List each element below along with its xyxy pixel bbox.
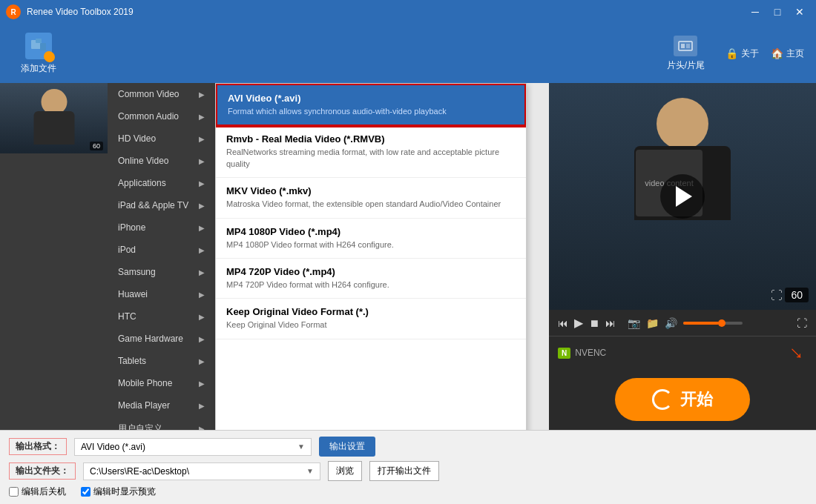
arrow-icon: ▶ <box>199 157 205 165</box>
volume-slider[interactable] <box>683 322 743 325</box>
format-item-keep-original[interactable]: Keep Original Video Format (*.) Keep Ori… <box>216 299 526 339</box>
cat-label: HD Video <box>118 133 156 144</box>
format-desc-mp4-720: MP4 720P Video format with H264 configur… <box>226 279 516 291</box>
cat-label: Online Video <box>118 156 169 166</box>
format-item-mp4-720[interactable]: MP4 720P Video (*.mp4) MP4 720P Video fo… <box>216 259 526 299</box>
right-panel: video content 60 ⛶ ⏮ ▶ ⏹ ⏭ 📷 📁 🔊 <box>549 83 816 430</box>
format-item-mp4-1080[interactable]: MP4 1080P Video (*.mp4) MP4 1080P Video … <box>216 219 526 259</box>
arrow-icon: ▶ <box>199 224 205 232</box>
edit-head-icon <box>674 36 697 56</box>
skip-forward-button[interactable]: ⏭ <box>605 317 616 329</box>
cat-samsung[interactable]: Samsung ▶ <box>108 261 215 283</box>
close-button[interactable]: ✕ <box>789 1 810 22</box>
app-title: Renee Video Toolbox 2019 <box>27 7 745 17</box>
arrow-icon: ▶ <box>199 291 205 299</box>
arrow-icon: ▶ <box>199 402 205 410</box>
arrow-icon: ▶ <box>199 357 205 365</box>
preview-checkbox[interactable] <box>81 487 91 497</box>
cat-huawei[interactable]: Huawei ▶ <box>108 283 215 305</box>
preview-checkbox-label[interactable]: 编辑时显示预览 <box>81 485 156 498</box>
top-right-links: 🔒 关于 🏠 主页 <box>725 47 804 60</box>
play-button[interactable] <box>660 174 705 219</box>
maximize-button[interactable]: □ <box>767 1 788 22</box>
start-button[interactable]: 开始 <box>615 378 750 421</box>
edit-head-label: 片头/片尾 <box>667 59 705 72</box>
cat-common-video[interactable]: Common Video ▶ <box>108 83 215 105</box>
arrow-icon: ▶ <box>199 313 205 321</box>
format-desc-avi: Format which allows synchronous audio-wi… <box>228 106 514 117</box>
format-item-rmvb[interactable]: Rmvb - Real Media Video (*.RMVB) RealNet… <box>216 126 526 178</box>
window-controls: ─ □ ✕ <box>745 1 810 22</box>
format-title-mp4-1080: MP4 1080P Video (*.mp4) <box>226 226 516 237</box>
about-button[interactable]: 🔒 关于 <box>725 47 759 60</box>
cat-online-video[interactable]: Online Video ▶ <box>108 150 215 172</box>
format-label: 输出格式： <box>9 438 67 455</box>
browse-button[interactable]: 浏览 <box>328 461 362 481</box>
cat-ipad-apple-tv[interactable]: iPad && Apple TV ▶ <box>108 194 215 216</box>
cat-user-custom[interactable]: 用户自定义 ▶ <box>108 417 215 430</box>
open-output-button[interactable]: 打开输出文件 <box>369 461 439 481</box>
arrow-icon: ▶ <box>199 268 205 276</box>
cat-mobile-phone[interactable]: Mobile Phone ▶ <box>108 372 215 394</box>
volume-fill <box>683 322 719 325</box>
arrow-icon: ▶ <box>199 379 205 388</box>
cat-label: Huawei <box>118 289 148 299</box>
cat-iphone[interactable]: iPhone ▶ <box>108 216 215 239</box>
folder-path-dropdown[interactable]: C:\Users\RE-ac\Desktop\ ▼ <box>83 462 320 480</box>
cat-ipod[interactable]: iPod ▶ <box>108 239 215 261</box>
format-title-mkv: MKV Video (*.mkv) <box>226 185 516 196</box>
minimize-button[interactable]: ─ <box>745 1 766 22</box>
format-select-dropdown[interactable]: AVI Video (*.avi) ▼ <box>74 438 312 456</box>
shutdown-checkbox[interactable] <box>9 487 19 497</box>
arrow-indicator: → <box>781 337 812 368</box>
cat-htc[interactable]: HTC ▶ <box>108 305 215 328</box>
cat-common-audio[interactable]: Common Audio ▶ <box>108 105 215 127</box>
svg-rect-1 <box>36 39 42 43</box>
refresh-icon <box>652 389 673 410</box>
cat-label: Mobile Phone <box>118 378 172 388</box>
title-bar: R Renee Video Toolbox 2019 ─ □ ✕ <box>0 0 816 24</box>
nvidia-logo: N <box>558 348 570 359</box>
stop-button[interactable]: ⏹ <box>589 317 599 329</box>
format-item-avi[interactable]: AVI Video (*.avi) Format which allows sy… <box>216 84 526 126</box>
skip-back-button[interactable]: ⏮ <box>558 317 568 329</box>
fullscreen-button[interactable]: ⛶ <box>797 317 807 329</box>
cat-label: iPad && Apple TV <box>118 200 188 210</box>
video-controls: ⏮ ▶ ⏹ ⏭ 📷 📁 🔊 ⛶ <box>549 310 816 336</box>
home-label: 主页 <box>786 47 804 60</box>
format-desc-rmvb: RealNetworks streaming media format, wit… <box>226 147 516 170</box>
format-item-mkv[interactable]: MKV Video (*.mkv) Matroska Video format,… <box>216 178 526 218</box>
folder-button[interactable]: 📁 <box>646 317 659 329</box>
format-row: 输出格式： AVI Video (*.avi) ▼ 输出设置 <box>9 437 807 457</box>
toolbar-right: 片头/片尾 🔒 关于 🏠 主页 <box>667 36 804 72</box>
cat-game-hardware[interactable]: Game Hardware ▶ <box>108 328 215 350</box>
output-settings-button[interactable]: 输出设置 <box>319 437 375 457</box>
cat-media-player[interactable]: Media Player ▶ <box>108 394 215 417</box>
cat-label: Applications <box>118 178 166 188</box>
folder-dropdown-arrow-icon: ▼ <box>306 467 314 475</box>
arrow-icon: ▶ <box>199 179 205 188</box>
cat-tablets[interactable]: Tablets ▶ <box>108 350 215 372</box>
cat-applications[interactable]: Applications ▶ <box>108 172 215 194</box>
toolbar: + 添加文件 片头/片尾 🔒 关于 <box>0 24 816 83</box>
format-desc-mp4-1080: MP4 1080P Video format with H264 configu… <box>226 239 516 251</box>
format-title-avi: AVI Video (*.avi) <box>228 93 514 104</box>
add-files-button[interactable]: + 添加文件 <box>12 27 65 81</box>
format-submenu: AVI Video (*.avi) Format which allows sy… <box>215 83 527 430</box>
expand-video-button[interactable]: ⛶ <box>771 289 783 302</box>
add-files-label: 添加文件 <box>21 62 56 75</box>
dropdown-arrow-icon: ▼ <box>297 442 305 451</box>
shutdown-checkbox-label[interactable]: 编辑后关机 <box>9 485 66 498</box>
home-button[interactable]: 🏠 主页 <box>771 47 804 60</box>
app-logo: R <box>6 4 21 19</box>
edit-head-tail-button[interactable]: 片头/片尾 <box>667 36 705 72</box>
video-time: 60 <box>785 288 809 302</box>
svg-rect-4 <box>681 44 685 48</box>
video-thumbnail: 60 <box>0 83 108 153</box>
cat-hd-video[interactable]: HD Video ▶ <box>108 127 215 150</box>
camera-button[interactable]: 📷 <box>628 317 640 329</box>
play-pause-button[interactable]: ▶ <box>574 316 583 330</box>
preview-label: 编辑时显示预览 <box>93 485 156 498</box>
arrow-icon: ▶ <box>199 335 205 343</box>
format-dropdown-menu: Common Video ▶ Common Audio ▶ HD Video ▶… <box>108 83 527 430</box>
